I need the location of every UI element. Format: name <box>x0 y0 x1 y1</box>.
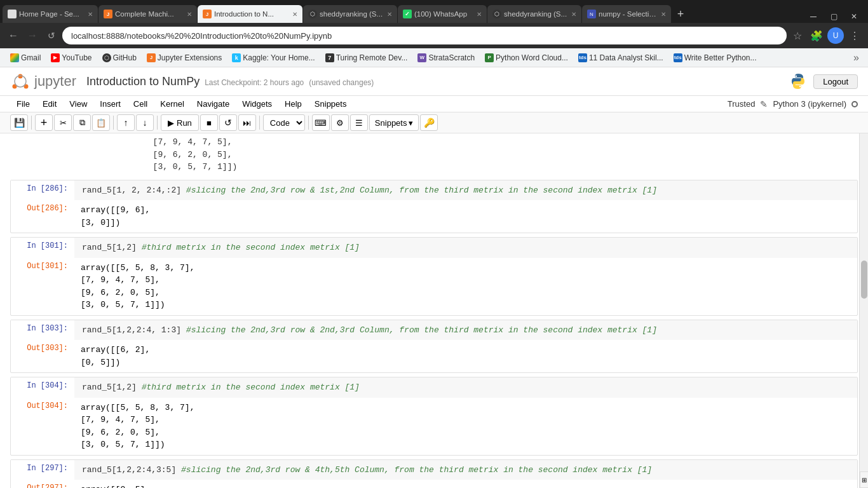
youtube-favicon: ▶ <box>51 53 60 62</box>
cell-tools-btn[interactable]: ⚙ <box>331 114 349 131</box>
tab-home-close[interactable]: ✕ <box>88 11 93 18</box>
cell-297-code[interactable]: rand_5[1,2,2:4,3:5] #slicing the 2nd,3rd… <box>74 460 857 480</box>
tab-numpy-close[interactable]: ✕ <box>661 11 666 18</box>
tab-intro-favicon: J <box>203 10 212 18</box>
command-palette-btn[interactable]: 🔑 <box>420 114 438 131</box>
github-favicon: ⬡ <box>102 53 111 62</box>
menu-insert[interactable]: Insert <box>93 97 127 111</box>
bookmark-data-analyst[interactable]: tds 11 Data Analyst Skil... <box>573 52 668 64</box>
cell-301[interactable]: In [301]: rand_5[1,2] #third metrix in t… <box>10 237 858 316</box>
menu-edit[interactable]: Edit <box>36 97 63 111</box>
menu-file[interactable]: File <box>10 97 36 111</box>
bookmark-gmail[interactable]: Gmail <box>5 52 46 64</box>
cell-304[interactable]: In [304]: rand_5[1,2] #third metrix in t… <box>10 377 858 456</box>
copy-cell-button[interactable]: ⧉ <box>73 114 91 131</box>
bookmark-youtube[interactable]: ▶ YouTube <box>46 52 97 64</box>
cell-297-in-prompt: In [297]: <box>11 460 74 477</box>
tab-complete-machine[interactable]: J Complete Machi... ✕ <box>98 5 197 23</box>
menu-navigate[interactable]: Navigate <box>191 97 236 111</box>
profile-avatar[interactable]: U <box>827 27 844 44</box>
scroll-bottom-btn[interactable]: ⊞ <box>860 471 868 488</box>
notebook-content[interactable]: [7, 9, 4, 7, 5], [9, 6, 2, 0, 5], [3, 0,… <box>0 133 868 488</box>
save-button[interactable]: 💾 <box>10 114 28 131</box>
scroll-thumb[interactable] <box>861 261 867 299</box>
cell-301-out-prompt: Out[301]: <box>11 258 74 274</box>
cell-286-out-prompt: Out[286]: <box>11 200 74 217</box>
settings-icon[interactable]: ⋮ <box>846 27 863 44</box>
kernel-name: Python 3 (ipykernel) <box>773 99 846 109</box>
minimize-btn[interactable]: ─ <box>804 10 822 23</box>
maximize-btn[interactable]: ▢ <box>825 10 843 23</box>
menu-cell[interactable]: Cell <box>127 97 154 111</box>
tab-complete-close[interactable]: ✕ <box>187 11 192 18</box>
bookmark-star-icon[interactable]: ☆ <box>789 27 806 44</box>
stop-button[interactable]: ■ <box>200 114 218 131</box>
restart-run-button[interactable]: ⏭ <box>238 114 256 131</box>
bookmark-turing[interactable]: 7 Turing Remote Dev... <box>320 52 413 64</box>
menu-kernel[interactable]: Kernel <box>154 97 191 111</box>
close-btn[interactable]: ✕ <box>845 10 863 23</box>
tab-intro-close[interactable]: ✕ <box>292 11 297 18</box>
menu-help[interactable]: Help <box>278 97 308 111</box>
tab-whatsapp[interactable]: ✓ (100) WhatsApp ✕ <box>398 5 487 23</box>
bookmark-jupyter-ext[interactable]: J Jupyter Extensions <box>142 52 227 64</box>
tab-intro[interactable]: J Introduction to N... ✕ <box>198 5 302 23</box>
bookmark-kaggle-label: Kaggle: Your Home... <box>243 53 315 62</box>
forward-button[interactable]: → <box>24 27 41 44</box>
extensions-icon[interactable]: 🧩 <box>808 27 825 44</box>
move-up-button[interactable]: ↑ <box>117 114 135 131</box>
jupyter-logo-area: jupyter Introduction to NumPy Last Check… <box>10 71 374 92</box>
bookmark-youtube-label: YouTube <box>62 53 92 62</box>
new-tab-button[interactable]: + <box>672 5 689 23</box>
notebook-title[interactable]: Introduction to NumPy <box>86 75 200 88</box>
bookmark-github-label: GitHub <box>113 53 137 62</box>
tab-numpy[interactable]: N numpy - Selectin... ✕ <box>582 5 671 23</box>
tab-whatsapp-close[interactable]: ✕ <box>477 11 482 18</box>
cell-297[interactable]: In [297]: rand_5[1,2,2:4,3:5] #slicing t… <box>10 459 858 489</box>
svg-point-4 <box>796 76 797 77</box>
cell-304-output-row: Out[304]: array([[5, 5, 8, 3, 7], [7, 9,… <box>11 398 857 455</box>
toolbar-sep-5 <box>308 116 309 130</box>
python-logo <box>789 72 807 90</box>
run-button[interactable]: ▶ Run <box>161 114 199 131</box>
bookmarks-more-btn[interactable]: » <box>850 51 863 65</box>
paste-cell-button[interactable]: 📋 <box>92 114 110 131</box>
cell-type-select[interactable]: Code <box>263 114 305 131</box>
cell-303-code[interactable]: rand_5[1,2,2:4, 1:3] #slicing the 2nd,3r… <box>74 320 857 341</box>
back-button[interactable]: ← <box>5 27 22 44</box>
menu-widgets[interactable]: Widgets <box>236 97 278 111</box>
tab-sheddy1[interactable]: ⬡ sheddyranking (S... ✕ <box>303 5 397 23</box>
address-input[interactable]: localhost:8888/notebooks/%20%20Introduct… <box>62 27 787 44</box>
edit-icon[interactable]: ✎ <box>760 99 768 109</box>
cell-286-code[interactable]: rand_5[1, 2, 2:4,:2] #slicing the 2nd,3r… <box>74 180 857 201</box>
tab-home[interactable]: Home Page - Se... ✕ <box>3 5 98 23</box>
reload-button[interactable]: ↺ <box>43 27 60 44</box>
tab-sheddy2[interactable]: ⬡ sheddyranking (S... ✕ <box>487 5 581 23</box>
cell-301-code[interactable]: rand_5[1,2] #third metrix in the second … <box>74 238 857 258</box>
add-cell-button[interactable]: + <box>35 114 53 131</box>
bookmark-write-python[interactable]: tds Write Better Python... <box>668 52 762 64</box>
keyboard-shortcut-btn[interactable]: ⌨ <box>312 114 330 131</box>
bookmark-python-cloud-label: Python Word Cloud... <box>496 53 568 62</box>
menu-view[interactable]: View <box>63 97 93 111</box>
jupyter-logo[interactable]: jupyter <box>10 71 76 92</box>
cut-cell-button[interactable]: ✂ <box>54 114 72 131</box>
tab-sheddy2-close[interactable]: ✕ <box>571 11 576 18</box>
move-down-button[interactable]: ↓ <box>136 114 154 131</box>
cell-303[interactable]: In [303]: rand_5[1,2,2:4, 1:3] #slicing … <box>10 320 858 374</box>
logout-button[interactable]: Logout <box>813 74 858 89</box>
bookmark-python-cloud[interactable]: P Python Word Cloud... <box>480 52 573 64</box>
restart-button[interactable]: ↺ <box>219 114 237 131</box>
cell-286[interactable]: In [286]: rand_5[1, 2, 2:4,:2] #slicing … <box>10 180 858 234</box>
tab-sheddy1-close[interactable]: ✕ <box>387 11 392 18</box>
bookmark-strata[interactable]: W StrataScratch <box>412 52 480 64</box>
toggle-header-btn[interactable]: ☰ <box>350 114 368 131</box>
tab-complete-label: Complete Machi... <box>115 10 184 18</box>
kaggle-favicon: k <box>232 53 241 62</box>
bookmark-kaggle[interactable]: k Kaggle: Your Home... <box>227 52 320 64</box>
menu-snippets[interactable]: Snippets <box>308 97 353 111</box>
cell-304-code[interactable]: rand_5[1,2] #third metrix in the second … <box>74 377 857 398</box>
snippets-dropdown-btn[interactable]: Snippets ▾ <box>369 114 419 131</box>
bookmark-github[interactable]: ⬡ GitHub <box>97 52 142 64</box>
tab-home-favicon <box>8 10 17 18</box>
